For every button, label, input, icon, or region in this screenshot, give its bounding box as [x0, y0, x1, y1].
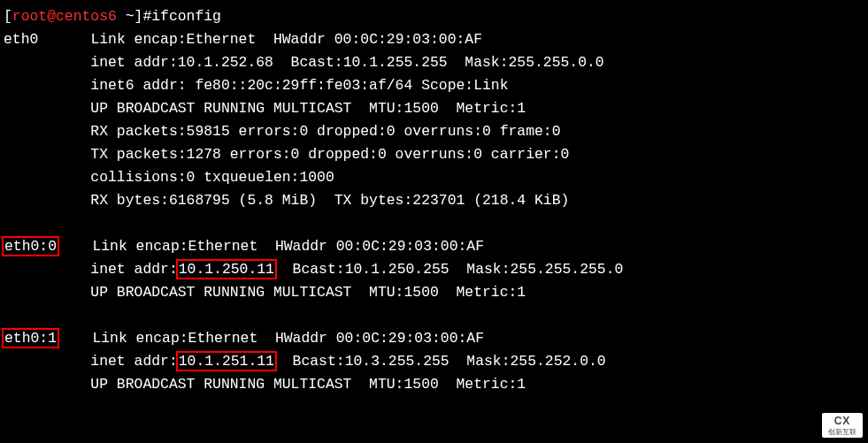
prompt-user: root@centos6 — [12, 8, 117, 25]
prompt-close: ]# — [134, 8, 152, 25]
ip-address-highlight: 10.1.251.11 — [176, 351, 277, 371]
output-line: UP BROADCAST RUNNING MULTICAST MTU:1500 … — [4, 373, 868, 396]
output-line: inet addr:10.1.251.11 Bcast:10.3.255.255… — [4, 350, 868, 373]
blank-line — [4, 304, 868, 327]
prompt-open: [ — [4, 8, 12, 25]
ip-address-highlight: 10.1.250.11 — [176, 259, 277, 279]
output-line: inet6 addr: fe80::20c:29ff:fe03:af/64 Sc… — [4, 74, 868, 97]
output-line: eth0:0 Link encap:Ethernet HWaddr 00:0C:… — [4, 235, 868, 258]
output-line: inet addr:10.1.250.11 Bcast:10.1.250.255… — [4, 258, 868, 281]
output-line: RX bytes:6168795 (5.8 MiB) TX bytes:2237… — [4, 189, 868, 212]
prompt-path: ~ — [126, 8, 134, 25]
watermark-logo: CX 创新互联 — [822, 413, 863, 438]
command-text: ifconfig — [151, 8, 221, 25]
output-line: eth0:1 Link encap:Ethernet HWaddr 00:0C:… — [4, 327, 868, 350]
output-line: UP BROADCAST RUNNING MULTICAST MTU:1500 … — [4, 97, 868, 120]
output-line: TX packets:1278 errors:0 dropped:0 overr… — [4, 143, 868, 166]
interface-name: eth0 — [4, 31, 38, 48]
output-line: inet addr:10.1.252.68 Bcast:10.1.255.255… — [4, 51, 868, 74]
terminal-output: [root@centos6 ~]#ifconfigeth0 Link encap… — [0, 0, 868, 396]
output-line: UP BROADCAST RUNNING MULTICAST MTU:1500 … — [4, 281, 868, 304]
watermark-big: CX — [834, 415, 851, 427]
interface-name-highlight: eth0:1 — [2, 328, 59, 348]
ip-address: 10.1.252.68 — [178, 54, 273, 71]
output-line: eth0 Link encap:Ethernet HWaddr 00:0C:29… — [4, 28, 868, 51]
blank-line — [4, 212, 868, 235]
interface-name-highlight: eth0:0 — [2, 236, 59, 256]
output-line: collisions:0 txqueuelen:1000 — [4, 166, 868, 189]
watermark-small: 创新互联 — [828, 427, 856, 437]
output-line: RX packets:59815 errors:0 dropped:0 over… — [4, 120, 868, 143]
prompt-line: [root@centos6 ~]#ifconfig — [4, 5, 868, 28]
